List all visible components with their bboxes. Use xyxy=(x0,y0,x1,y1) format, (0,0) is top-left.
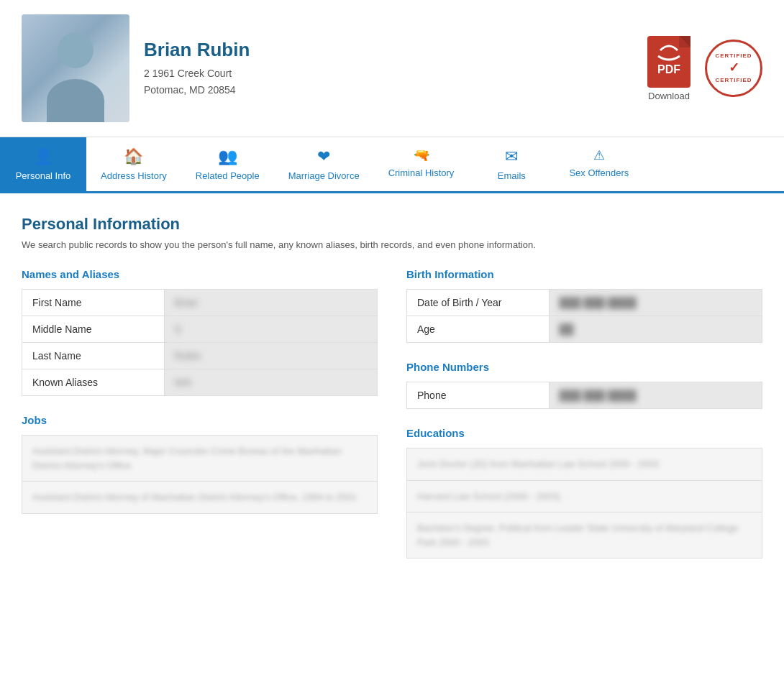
phone-value: ███ ███ ████ xyxy=(549,382,762,409)
pdf-download-button[interactable]: PDF Download xyxy=(647,36,690,101)
education-item-3: Bachelor's Degree, Political from Leader… xyxy=(417,523,738,548)
educations-list: Juris Doctor (JD) from Manhattan Law Sch… xyxy=(406,448,762,558)
page-header: Brian Rubin 2 1961 Creek Court Potomac, … xyxy=(0,0,784,137)
tab-sex-offenders-label: Sex Offenders xyxy=(569,167,629,178)
dob-value: ███ ███ ████ xyxy=(549,290,762,316)
age-label: Age xyxy=(407,316,550,343)
personal-info-icon: 👤 xyxy=(34,147,53,166)
table-row: Date of Birth / Year ███ ███ ████ xyxy=(407,290,762,316)
table-row: Middle Name S xyxy=(22,316,378,343)
address-history-icon: 🏠 xyxy=(124,147,143,166)
table-row: Phone ███ ███ ████ xyxy=(407,382,762,409)
tab-emails-label: Emails xyxy=(498,170,526,181)
tab-criminal-history-label: Criminal History xyxy=(388,167,455,178)
education-item-1: Juris Doctor (JD) from Manhattan Law Sch… xyxy=(417,459,659,469)
first-name-value: Brian xyxy=(164,290,377,316)
svg-text:PDF: PDF xyxy=(657,63,680,75)
last-name-value: Rubin xyxy=(164,343,377,369)
table-row: Last Name Rubin xyxy=(22,343,378,369)
phone-numbers-title: Phone Numbers xyxy=(406,361,762,373)
dob-label: Date of Birth / Year xyxy=(407,290,550,316)
middle-name-value: S xyxy=(164,316,377,343)
job-item-2: Assistant District Attorney of Manhattan… xyxy=(32,492,357,502)
pdf-icon: PDF xyxy=(647,36,690,88)
birth-info-table: Date of Birth / Year ███ ███ ████ Age ██ xyxy=(406,289,762,343)
birth-info-title: Birth Information xyxy=(406,268,762,280)
table-row: Known Aliases N/A xyxy=(22,369,378,396)
avatar xyxy=(22,14,129,122)
tab-sex-offenders[interactable]: ⚠ Sex Offenders xyxy=(555,137,643,191)
list-item: Bachelor's Degree, Political from Leader… xyxy=(407,512,762,558)
header-actions: PDF Download CERTIFIED ✓ CERTIFIED xyxy=(647,36,762,101)
table-row: Age ██ xyxy=(407,316,762,343)
list-item: Juris Doctor (JD) from Manhattan Law Sch… xyxy=(407,448,762,481)
list-item: Assistant District Attorney of Manhattan… xyxy=(22,482,377,513)
middle-name-label: Middle Name xyxy=(22,316,165,343)
tab-personal-info[interactable]: 👤 Personal Info xyxy=(0,137,86,191)
section-description: We search public records to show you the… xyxy=(22,239,762,250)
tab-criminal-history[interactable]: 🔫 Criminal History xyxy=(374,137,469,191)
related-people-icon: 👥 xyxy=(218,147,237,166)
education-item-2: Harvard Law School (2000 - 2003) xyxy=(417,491,560,502)
nav-tabs: 👤 Personal Info 🏠 Address History 👥 Rela… xyxy=(0,137,784,193)
sex-offenders-icon: ⚠ xyxy=(593,147,605,163)
job-item-1: Assistant District Attorney, Major Counc… xyxy=(32,446,342,471)
phone-label: Phone xyxy=(407,382,550,409)
list-item: Assistant District Attorney, Major Counc… xyxy=(22,436,377,482)
list-item: Harvard Law School (2000 - 2003) xyxy=(407,481,762,513)
certified-badge: CERTIFIED ✓ CERTIFIED xyxy=(705,40,762,97)
table-row: First Name Brian xyxy=(22,290,378,316)
tab-address-history[interactable]: 🏠 Address History xyxy=(86,137,181,191)
main-content: Personal Information We search public re… xyxy=(0,193,784,580)
tab-address-history-label: Address History xyxy=(101,170,167,181)
tab-related-people-label: Related People xyxy=(196,170,260,181)
known-aliases-label: Known Aliases xyxy=(22,369,165,396)
person-address: 2 1961 Creek Court Potomac, MD 20854 xyxy=(144,65,647,98)
last-name-label: Last Name xyxy=(22,343,165,369)
section-title: Personal Information xyxy=(22,215,762,234)
names-aliases-table: First Name Brian Middle Name S Last Name… xyxy=(22,289,378,396)
left-column: Names and Aliases First Name Brian Middl… xyxy=(22,268,378,558)
tab-emails[interactable]: ✉ Emails xyxy=(468,137,555,191)
tab-marriage-divorce-label: Marriage Divorce xyxy=(288,170,360,181)
criminal-history-icon: 🔫 xyxy=(414,147,429,163)
download-label: Download xyxy=(648,91,690,101)
header-info: Brian Rubin 2 1961 Creek Court Potomac, … xyxy=(144,39,647,98)
age-value: ██ xyxy=(549,316,762,343)
jobs-title: Jobs xyxy=(22,414,378,426)
tab-personal-info-label: Personal Info xyxy=(16,170,71,181)
emails-icon: ✉ xyxy=(505,147,518,166)
first-name-label: First Name xyxy=(22,290,165,316)
tab-related-people[interactable]: 👥 Related People xyxy=(181,137,274,191)
marriage-divorce-icon: ❤ xyxy=(317,147,330,166)
phone-numbers-table: Phone ███ ███ ████ xyxy=(406,382,762,409)
educations-title: Educations xyxy=(406,427,762,439)
right-column: Birth Information Date of Birth / Year █… xyxy=(406,268,762,558)
person-name: Brian Rubin xyxy=(144,39,647,61)
names-aliases-title: Names and Aliases xyxy=(22,268,378,280)
jobs-list: Assistant District Attorney, Major Counc… xyxy=(22,435,378,514)
tab-marriage-divorce[interactable]: ❤ Marriage Divorce xyxy=(274,137,374,191)
known-aliases-value: N/A xyxy=(164,369,377,396)
content-columns: Names and Aliases First Name Brian Middl… xyxy=(22,268,762,558)
